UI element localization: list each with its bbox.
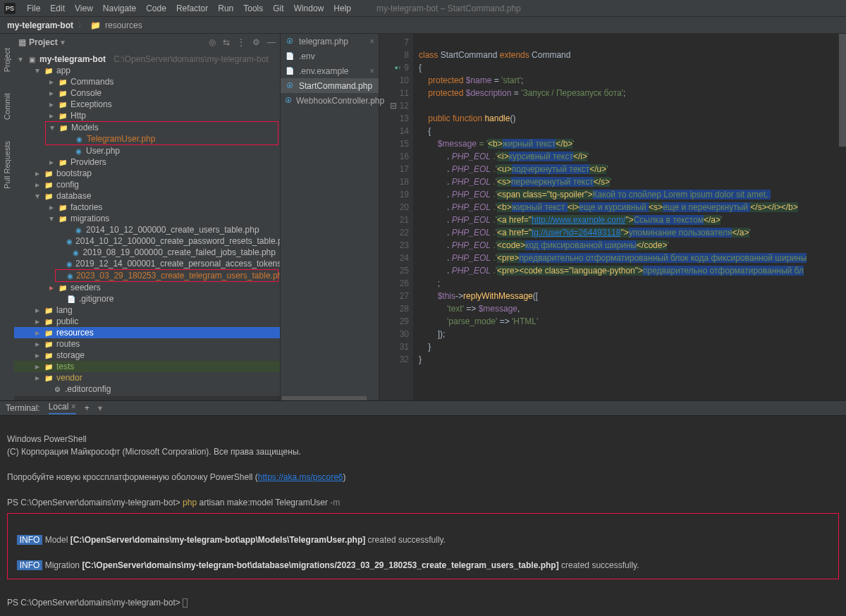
tree-mig2[interactable]: 2014_10_12_100000_create_password_resets… <box>75 236 280 246</box>
tree-http[interactable]: Http <box>70 111 86 121</box>
tree-models[interactable]: Models <box>71 123 99 133</box>
line-gutter: 78●↑91011 ⊟121314151617 1819202122232425… <box>379 34 413 400</box>
tree-console[interactable]: Console <box>70 88 102 98</box>
project-tree[interactable]: ▾▣my-telegram-bot C:\OpenServer\domains\… <box>14 51 280 396</box>
tree-bootstrap[interactable]: bootstrap <box>56 168 92 178</box>
tab-env-example[interactable]: 📄.env.example× <box>281 63 379 78</box>
menu-git[interactable]: Git <box>269 2 288 15</box>
folder-icon: 📁 <box>90 20 101 30</box>
tree-factories[interactable]: factories <box>70 202 102 212</box>
tree-telegramuser[interactable]: TelegramUser.php <box>87 134 155 144</box>
tab-env[interactable]: 📄.env <box>281 49 379 63</box>
tab-startcommand[interactable]: ⦿StartCommand.php <box>281 78 379 93</box>
close-icon[interactable]: × <box>369 96 374 106</box>
tree-mig5[interactable]: 2023_03_29_180253_create_telegram_users_… <box>76 271 280 281</box>
project-root-path: C:\OpenServer\domains\my-telegram-bot <box>114 54 268 64</box>
menu-window[interactable]: Window <box>290 2 329 15</box>
tree-gitignore[interactable]: .gitignore <box>79 294 114 304</box>
tree-lang[interactable]: lang <box>56 305 73 315</box>
tool-pull-requests[interactable]: Pull Requests <box>3 141 11 189</box>
window-title: my-telegram-bot – StartCommand.php <box>376 4 521 13</box>
target-icon[interactable]: ◎ <box>209 37 216 47</box>
tree-seeders[interactable]: seeders <box>70 283 101 292</box>
tree-tests[interactable]: tests <box>56 362 74 371</box>
tab-telegram[interactable]: ⦿telegram.php× <box>281 34 379 49</box>
tool-commit[interactable]: Commit <box>3 93 11 120</box>
expand-icon[interactable]: ⇆ <box>223 37 230 47</box>
code-editor[interactable]: 78●↑91011 ⊟121314151617 1819202122232425… <box>379 34 846 400</box>
menu-file[interactable]: File <box>23 2 44 15</box>
breadcrumb-project[interactable]: my-telegram-bot <box>7 20 73 30</box>
menu-run[interactable]: Run <box>214 2 238 15</box>
tree-mig1[interactable]: 2014_10_12_000000_create_users_table.php <box>86 225 259 235</box>
menu-code[interactable]: Code <box>142 2 171 15</box>
chevron-down-icon[interactable]: ▾ <box>61 37 65 47</box>
tree-resources[interactable]: resources <box>56 328 94 338</box>
panel-icon: ▦ <box>18 37 26 47</box>
menu-navigate[interactable]: Navigate <box>99 2 140 15</box>
tree-exceptions[interactable]: Exceptions <box>70 99 112 109</box>
tree-vendor[interactable]: vendor <box>56 373 82 383</box>
title-bar: PS File Edit View Navigate Code Refactor… <box>0 0 846 17</box>
terminal-add-icon[interactable]: + <box>85 403 90 413</box>
terminal-tool-window: Terminal: Local × + ▾ Windows PowerShell… <box>0 400 846 616</box>
terminal-output[interactable]: Windows PowerShell (C) Корпорация Майкро… <box>0 416 846 616</box>
cursor <box>183 598 188 608</box>
tree-mig3[interactable]: 2019_08_19_000000_create_failed_jobs_tab… <box>82 247 276 257</box>
tree-database[interactable]: database <box>56 191 91 201</box>
gear-icon[interactable]: ⚙ <box>252 37 260 47</box>
editor-scrollbar[interactable] <box>839 34 846 147</box>
close-icon[interactable]: × <box>369 66 374 76</box>
menu-edit[interactable]: Edit <box>46 2 69 15</box>
project-tool-window: ▦ Project ▾ ◎ ⇆ ⋮ ⚙ — ▾▣my-telegram-bot … <box>14 34 281 400</box>
menu-view[interactable]: View <box>70 2 97 15</box>
menu-help[interactable]: Help <box>329 2 355 15</box>
tree-commands[interactable]: Commands <box>70 77 114 87</box>
tree-routes[interactable]: routes <box>56 339 80 349</box>
tree-providers[interactable]: Providers <box>70 157 106 167</box>
breadcrumb: my-telegram-bot 〉 📁 resources <box>0 17 846 34</box>
tree-user[interactable]: User.php <box>86 146 120 156</box>
tree-public[interactable]: public <box>56 316 78 326</box>
left-tool-strip: Project Commit Pull Requests <box>0 34 14 400</box>
chevron-down-icon[interactable]: ▾ <box>98 403 102 413</box>
editor-tabs: ⦿telegram.php× 📄.env 📄.env.example× ⦿Sta… <box>281 34 379 400</box>
close-icon[interactable]: × <box>369 37 374 47</box>
tree-config[interactable]: config <box>56 180 79 190</box>
main-menu: File Edit View Navigate Code Refactor Ru… <box>23 2 355 15</box>
code-area[interactable]: class StartCommand extends Command { pro… <box>413 34 846 400</box>
tree-mig4[interactable]: 2019_12_14_000001_create_personal_access… <box>75 259 280 269</box>
tree-app[interactable]: app <box>56 66 70 75</box>
breadcrumb-folder[interactable]: resources <box>105 20 142 30</box>
app-logo: PS <box>4 3 16 14</box>
tree-editorconfig[interactable]: .editorconfig <box>65 384 111 394</box>
tree-migrations[interactable]: migrations <box>70 214 109 223</box>
terminal-label: Terminal: <box>6 403 40 413</box>
divider-icon: ⋮ <box>237 37 245 47</box>
tool-project[interactable]: Project <box>3 48 11 72</box>
menu-tools[interactable]: Tools <box>239 2 267 15</box>
tree-storage[interactable]: storage <box>56 350 85 360</box>
tab-webhook[interactable]: ⦿WebhookController.php× <box>281 93 379 108</box>
minimize-icon[interactable]: — <box>267 37 276 47</box>
project-root[interactable]: my-telegram-bot <box>39 54 106 64</box>
terminal-tab-local[interactable]: Local × <box>49 402 76 414</box>
menu-refactor[interactable]: Refactor <box>172 2 212 15</box>
panel-title[interactable]: Project <box>29 37 58 47</box>
